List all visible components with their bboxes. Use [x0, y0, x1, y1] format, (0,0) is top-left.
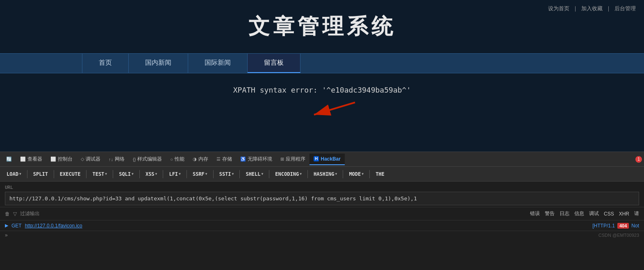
tab-network[interactable]: ↑↓ 网络 — [105, 153, 129, 165]
log-status: [HTTP/1.1 404 Not — [592, 223, 639, 229]
set-homepage-link[interactable]: 设为首页 — [548, 5, 569, 12]
ssti-dropdown-arrow: ▼ — [232, 172, 234, 176]
log-url[interactable]: http://127.0.0.1/favicon.ico — [25, 223, 82, 229]
nav-international[interactable]: 国际新闻 — [188, 54, 248, 73]
load-dropdown-arrow: ▼ — [19, 172, 21, 176]
network-icon: ↑↓ — [109, 157, 113, 162]
separator-8 — [213, 170, 214, 178]
hackbar-hashing-button[interactable]: HASHING ▼ — [310, 170, 340, 179]
style-icon: {} — [133, 157, 136, 162]
hackbar-encoding-button[interactable]: ENCODING ▼ — [272, 170, 305, 179]
encoding-dropdown-arrow: ▼ — [300, 172, 302, 176]
url-value[interactable]: http://127.0.0.1/cms/show.php?id=33 and … — [5, 192, 639, 205]
shell-dropdown-arrow: ▼ — [262, 172, 264, 176]
separator1: ｜ — [573, 5, 578, 12]
hackbar-shell-label: SHELL — [246, 171, 260, 177]
console-log-btn[interactable]: 日志 — [560, 210, 569, 217]
tab-style-label: 样式编辑器 — [137, 156, 162, 163]
tab-hackbar-label: HackBar — [321, 156, 341, 162]
tab-storage-label: 存储 — [222, 156, 232, 163]
memory-icon: ◑ — [193, 157, 197, 162]
tab-application[interactable]: ⊞ 应用程序 — [276, 153, 309, 165]
console-icon: ⬜ — [50, 157, 56, 162]
hackbar-sqli-button[interactable]: SQLI ▼ — [116, 170, 137, 179]
error-message: XPATH syntax error: '^e10adc3949ba59ab^' — [0, 86, 644, 94]
svg-line-1 — [314, 102, 355, 115]
filter-icon[interactable]: ▽ — [13, 211, 17, 217]
hackbar-load-label: LOAD — [7, 171, 18, 177]
log-expand-arrow[interactable]: ▶ — [5, 223, 8, 228]
viewer-icon: ⬜ — [20, 157, 26, 162]
hackbar-lfi-label: LFI — [169, 171, 178, 177]
hackbar-mode-button[interactable]: MODE ▼ — [346, 170, 367, 179]
hashing-dropdown-arrow: ▼ — [335, 172, 337, 176]
separator-9 — [239, 170, 240, 178]
error-badge: 1 — [635, 156, 642, 163]
console-css-btn[interactable]: CSS — [604, 211, 614, 217]
test-dropdown-arrow: ▼ — [105, 172, 107, 176]
console-debug-btn[interactable]: 调试 — [589, 210, 599, 217]
console-warnings-btn[interactable]: 警告 — [545, 210, 555, 217]
tab-viewer[interactable]: ⬜ 查看器 — [16, 153, 46, 165]
trash-icon[interactable]: 🗑 — [5, 211, 10, 217]
admin-link[interactable]: 后台管理 — [614, 5, 636, 12]
hackbar-execute-button[interactable]: EXECUTE — [57, 170, 84, 179]
separator-11 — [307, 170, 308, 178]
tab-inspector[interactable]: 🔄 — [2, 154, 16, 164]
filter-label: 过滤输出 — [20, 210, 40, 217]
application-icon: ⊞ — [280, 157, 284, 162]
tab-console-label: 控制台 — [58, 156, 73, 163]
performance-icon: ○ — [170, 157, 173, 162]
tab-viewer-label: 查看器 — [27, 156, 42, 163]
console-filter-bar: 🗑 ▽ 过滤输出 错误 警告 日志 信息 调试 CSS XHR 请 — [0, 207, 644, 220]
url-label: URL — [5, 185, 639, 190]
hackbar-shell-button[interactable]: SHELL ▼ — [242, 170, 266, 179]
hackbar-xss-button[interactable]: XSS ▼ — [142, 170, 161, 179]
hackbar-the-button[interactable]: THE — [372, 170, 388, 179]
console-xhr-btn[interactable]: XHR — [619, 211, 629, 217]
hackbar-ssrf-label: SSRF — [193, 171, 205, 177]
tab-performance-label: 性能 — [175, 156, 184, 163]
tab-memory-label: 内存 — [198, 156, 208, 163]
console-prompt: » — [5, 232, 8, 238]
inspector-icon: 🔄 — [6, 157, 12, 162]
separator-4 — [113, 170, 113, 178]
nav-guestbook[interactable]: 留言板 — [248, 54, 300, 73]
console-info-btn[interactable]: 信息 — [574, 210, 584, 217]
hackbar-xss-label: XSS — [146, 171, 155, 177]
url-area: URL http://127.0.0.1/cms/show.php?id=33 … — [0, 182, 644, 207]
hackbar-toolbar: LOAD ▼ SPLIT EXECUTE TEST ▼ SQLI ▼ XSS ▼… — [0, 167, 644, 182]
hackbar-ssrf-button[interactable]: SSRF ▼ — [189, 170, 211, 179]
tab-network-label: 网络 — [115, 156, 125, 163]
nav-domestic[interactable]: 国内新闻 — [129, 54, 188, 73]
hackbar-test-button[interactable]: TEST ▼ — [89, 170, 110, 179]
hackbar-lfi-button[interactable]: LFI ▼ — [166, 170, 184, 179]
ssrf-dropdown-arrow: ▼ — [205, 172, 207, 176]
hackbar-hashing-label: HASHING — [314, 171, 335, 177]
tab-hackbar[interactable]: H HackBar — [309, 154, 345, 165]
tab-style-editor[interactable]: {} 样式编辑器 — [129, 153, 166, 165]
console-more-btn[interactable]: 请 — [634, 210, 639, 217]
console-errors-btn[interactable]: 错误 — [530, 210, 540, 217]
hackbar-split-button[interactable]: SPLIT — [30, 170, 51, 179]
arrow-indicator — [281, 98, 363, 123]
hackbar-the-label: THE — [375, 171, 385, 177]
tab-performance[interactable]: ○ 性能 — [166, 153, 189, 165]
tab-storage[interactable]: ☰ 存储 — [212, 153, 236, 165]
mode-dropdown-arrow: ▼ — [362, 172, 364, 176]
tab-memory[interactable]: ◑ 内存 — [189, 153, 212, 165]
tab-console[interactable]: ⬜ 控制台 — [46, 153, 77, 165]
hackbar-ssti-button[interactable]: SSTI ▼ — [216, 170, 237, 179]
top-links: 设为首页 ｜ 加入收藏 ｜ 后台管理 — [548, 5, 636, 12]
separator-7 — [187, 170, 187, 178]
tab-accessibility[interactable]: ♿ 无障碍环境 — [236, 153, 276, 165]
console-right-buttons: 错误 警告 日志 信息 调试 CSS XHR 请 — [530, 210, 639, 217]
separator-10 — [269, 170, 269, 178]
add-favorite-link[interactable]: 加入收藏 — [581, 5, 603, 12]
hackbar-load-button[interactable]: LOAD ▼ — [3, 170, 25, 179]
tab-debugger[interactable]: ◇ 调试器 — [77, 153, 105, 165]
tab-accessibility-label: 无障碍环境 — [248, 156, 272, 163]
hackbar-execute-label: EXECUTE — [60, 171, 81, 177]
footer-row: » CSDN @EMT00923 — [0, 231, 644, 239]
nav-home[interactable]: 首页 — [82, 54, 129, 73]
